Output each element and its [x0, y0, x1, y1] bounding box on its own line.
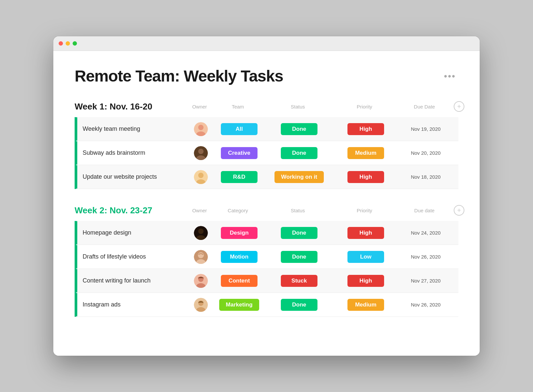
cell-priority: High	[332, 171, 399, 183]
team-badge: Motion	[221, 251, 258, 263]
week2-section: Week 2: Nov. 23-27 Owner Category Status…	[75, 205, 458, 317]
task-name: Drafts of lifestyle videos	[76, 253, 189, 260]
task-cells: Marketing Done Medium Nov 26, 2020	[189, 298, 458, 312]
maximize-button[interactable]	[73, 41, 77, 46]
cell-team: Motion	[213, 251, 266, 263]
add-column-button[interactable]: +	[454, 101, 464, 112]
week1-title: Week 1: Nov. 16-20	[75, 101, 188, 112]
team-badge: Design	[221, 227, 258, 239]
col-owner-label: Owner	[188, 104, 211, 109]
cell-due: Nov 19, 2020	[399, 126, 452, 132]
task-name: Weekly team meeting	[76, 125, 189, 132]
cell-priority: High	[332, 123, 399, 135]
cell-due: Nov 26, 2020	[399, 302, 452, 307]
cell-owner	[189, 298, 213, 312]
avatar	[194, 298, 208, 312]
cell-owner	[189, 250, 213, 264]
status-badge: Done	[281, 251, 317, 263]
priority-badge: High	[347, 227, 384, 239]
cell-due: Nov 26, 2020	[399, 254, 452, 260]
add-column-button[interactable]: +	[454, 205, 464, 216]
avatar	[194, 226, 208, 240]
table-row: Weekly team meeting All	[75, 117, 458, 141]
task-cells: Creative Done Medium Nov 20, 2020	[189, 146, 458, 160]
minimize-button[interactable]	[66, 41, 70, 46]
avatar	[194, 146, 208, 160]
status-badge: Stuck	[281, 275, 317, 287]
week1-tasks: Weekly team meeting All	[75, 117, 458, 189]
main-content: Remote Team: Weekly Tasks ••• Week 1: No…	[53, 51, 480, 356]
task-row-2[interactable]: Subway ads brainstorm Creative	[76, 141, 458, 165]
cell-priority: High	[332, 227, 399, 239]
cell-owner	[189, 146, 213, 160]
task-name: Instagram ads	[76, 301, 189, 308]
task-row-3[interactable]: Update our website projects R&D	[76, 165, 458, 189]
week2-col-headers: Owner Category Status Priority Due date …	[188, 205, 464, 216]
col-category-label: Category	[211, 208, 265, 213]
status-badge: Done	[281, 227, 317, 239]
avatar	[194, 122, 208, 136]
cell-status: Done	[266, 123, 332, 135]
table-row: Update our website projects R&D	[75, 165, 458, 189]
task-cells: All Done High Nov 19, 2020	[189, 122, 458, 136]
cell-team: R&D	[213, 171, 266, 183]
task-cells: Design Done High Nov 24, 2020	[189, 226, 458, 240]
col-priority-label: Priority	[331, 104, 398, 109]
cell-team: Design	[213, 227, 266, 239]
task-row-5[interactable]: Drafts of lifestyle videos	[76, 245, 458, 269]
col-team-label: Team	[211, 104, 265, 109]
cell-due: Nov 20, 2020	[399, 150, 452, 156]
week2-tasks: Homepage design Design	[75, 221, 458, 317]
team-badge: R&D	[221, 171, 258, 183]
cell-priority: Low	[332, 251, 399, 263]
cell-status: Working on it	[266, 171, 332, 183]
cell-due: Nov 24, 2020	[399, 230, 452, 236]
more-options-button[interactable]: •••	[441, 68, 458, 84]
priority-badge: Medium	[347, 147, 384, 159]
task-name: Subway ads brainstorm	[76, 149, 189, 156]
title-bar	[53, 36, 480, 51]
cell-owner	[189, 122, 213, 136]
status-badge: Done	[281, 147, 317, 159]
cell-status: Done	[266, 227, 332, 239]
avatar	[194, 250, 208, 264]
task-name: Content writing for launch	[76, 277, 189, 284]
app-window: Remote Team: Weekly Tasks ••• Week 1: No…	[53, 36, 480, 356]
cell-owner	[189, 170, 213, 184]
col-due-label: Due Date	[398, 104, 451, 109]
close-button[interactable]	[59, 41, 63, 46]
priority-badge: High	[347, 275, 384, 287]
svg-point-10	[198, 229, 204, 234]
week2-title: Week 2: Nov. 23-27	[75, 205, 188, 216]
status-badge: Working on it	[274, 171, 324, 183]
status-badge: Done	[281, 299, 317, 311]
cell-due: Nov 27, 2020	[399, 278, 452, 284]
cell-priority: Medium	[332, 299, 399, 311]
table-row: Instagram ads Ma	[75, 293, 458, 317]
cell-team: All	[213, 123, 266, 135]
table-row: Homepage design Design	[75, 221, 458, 245]
svg-point-7	[198, 173, 204, 178]
col-due-label: Due date	[398, 208, 451, 213]
cell-team: Marketing	[213, 299, 266, 311]
week1-section: Week 1: Nov. 16-20 Owner Team Status Pri…	[75, 101, 458, 189]
col-status-label: Status	[265, 104, 331, 109]
status-badge: Done	[281, 123, 317, 135]
team-badge: Marketing	[219, 299, 259, 311]
cell-team: Creative	[213, 147, 266, 159]
cell-status: Stuck	[266, 275, 332, 287]
week1-header: Week 1: Nov. 16-20 Owner Team Status Pri…	[75, 101, 458, 112]
priority-badge: High	[347, 123, 384, 135]
table-row: Subway ads brainstorm Creative	[75, 141, 458, 165]
cell-status: Done	[266, 251, 332, 263]
cell-team: Content	[213, 275, 266, 287]
cell-priority: Medium	[332, 147, 399, 159]
task-row-6[interactable]: Content writing for launch	[76, 269, 458, 293]
task-row-1[interactable]: Weekly team meeting All	[76, 117, 458, 141]
task-cells: Content Stuck High Nov 27, 2020	[189, 274, 458, 288]
page-title: Remote Team: Weekly Tasks	[75, 67, 283, 85]
task-row-7[interactable]: Instagram ads Ma	[76, 293, 458, 317]
cell-status: Done	[266, 299, 332, 311]
task-name: Update our website projects	[76, 173, 189, 180]
task-row-4[interactable]: Homepage design Design	[76, 221, 458, 245]
